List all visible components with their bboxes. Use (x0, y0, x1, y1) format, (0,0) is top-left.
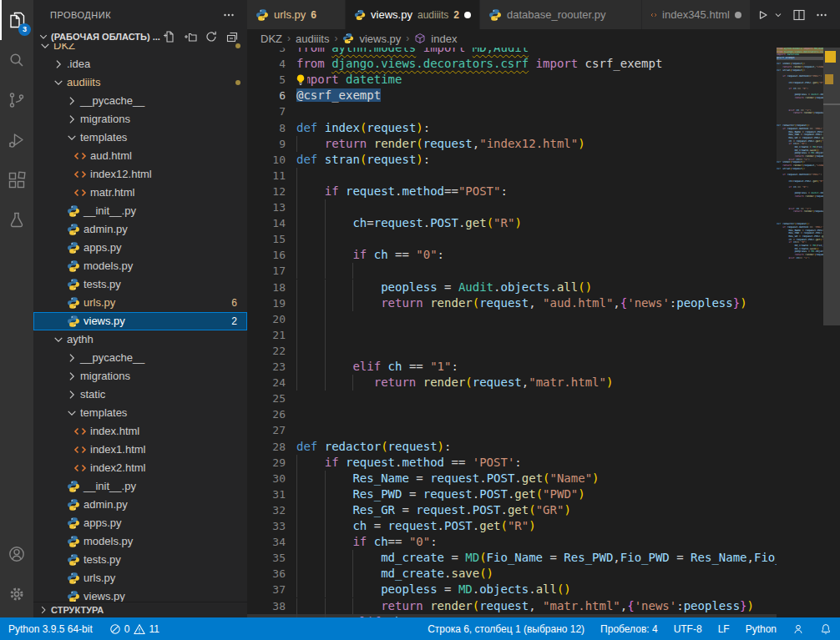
tree-item-migrations[interactable]: migrations (33, 367, 247, 386)
collapse-all-icon[interactable] (225, 30, 239, 43)
tree-item-tests.py[interactable]: tests.py (33, 275, 247, 294)
code-line-29[interactable]: 29 if request.method == 'POST': (247, 455, 777, 471)
code-editor[interactable]: 3from aythh.models import MD,Audit4from … (247, 48, 777, 617)
new-folder-icon[interactable] (184, 30, 197, 43)
tree-item-migrations[interactable]: migrations (33, 110, 247, 129)
settings-gear-icon[interactable] (0, 574, 33, 614)
tree-item-.idea[interactable]: .idea (33, 55, 247, 73)
code-line-37[interactable]: 37 peopless = MD.objects.all() (247, 582, 777, 597)
code-line-3[interactable]: 3from aythh.models import MD,Audit (247, 48, 777, 56)
workspace-section-header[interactable]: (РАБОЧАЯ ОБЛАСТЬ) ... (33, 29, 247, 43)
code-line-6[interactable]: 6@csrf_exempt (247, 88, 777, 103)
minimap[interactable]: from aythh.models import MD,Auditfrom dj… (777, 48, 823, 617)
code-line-16[interactable]: 16 if ch == "0": (247, 247, 777, 263)
bell-icon[interactable] (820, 623, 832, 635)
split-editor-icon[interactable] (792, 8, 806, 22)
code-line-17[interactable]: 17 (247, 263, 777, 279)
search-icon[interactable] (0, 40, 33, 80)
code-line-33[interactable]: 33 ch = request.POST.get("R") (247, 518, 777, 534)
testing-icon[interactable] (0, 200, 33, 240)
lightbulb-icon[interactable] (294, 73, 307, 87)
outline-section-header[interactable]: СТРУКТУРА (33, 602, 247, 617)
tree-item-__pycache__[interactable]: __pycache__ (33, 349, 247, 367)
code-line-11[interactable]: 11 (247, 168, 777, 184)
code-line-9[interactable]: 9 return render(request,"index12.html") (247, 136, 777, 152)
breadcrumb-item[interactable]: views.py (359, 33, 401, 45)
breadcrumb-item[interactable]: index (431, 33, 457, 45)
code-line-38[interactable]: 38 return render(request, "matr.html",{'… (247, 598, 777, 614)
code-line-4[interactable]: 4from django.views.decorators.csrf impor… (247, 56, 777, 72)
dirty-dot-icon[interactable] (735, 12, 741, 18)
chevron-down-icon[interactable] (773, 10, 783, 20)
eol-status[interactable]: LF (718, 623, 730, 635)
tree-item-__init__.py[interactable]: __init__.py (33, 477, 247, 496)
tree-item-audiiits[interactable]: audiiits (33, 73, 247, 92)
code-line-7[interactable]: 7 (247, 103, 777, 119)
cursor-position-status[interactable]: Строка 6, столбец 1 (выбрано 12) (428, 623, 584, 635)
code-line-27[interactable]: 27 (247, 422, 777, 438)
breadcrumb-item[interactable]: audiiits (296, 33, 329, 45)
code-line-15[interactable]: 15 (247, 231, 777, 247)
code-line-18[interactable]: 18 peopless = Audit.objects.all() (247, 280, 777, 295)
code-line-31[interactable]: 31 Res_PWD = request.POST.get("PWD") (247, 486, 777, 502)
code-line-10[interactable]: 10def stran(request): (247, 152, 777, 168)
code-line-30[interactable]: 30 Res_Name = request.POST.get("Name") (247, 471, 777, 486)
new-file-icon[interactable] (163, 30, 176, 43)
editor-scrollbar[interactable] (823, 48, 840, 617)
tree-item-apps.py[interactable]: apps.py (33, 514, 247, 532)
run-icon[interactable] (756, 8, 769, 22)
tree-item-admin.py[interactable]: admin.py (33, 220, 247, 239)
tree-item-index.html[interactable]: index.html (33, 422, 247, 441)
tab-urls-py[interactable]: urls.py 6 (247, 0, 346, 29)
tree-item-matr.html[interactable]: matr.html (33, 184, 247, 202)
scrollbar-thumb[interactable] (823, 48, 840, 325)
python-interpreter-status[interactable]: Python 3.9.5 64-bit (8, 623, 93, 635)
tab-index345-html[interactable]: index345.html (642, 0, 751, 29)
code-line-20[interactable]: 20 (247, 311, 777, 327)
tree-item-__pycache__[interactable]: __pycache__ (33, 92, 247, 110)
code-line-32[interactable]: 32 Res_GR = request.POST.get("GR") (247, 502, 777, 518)
tree-item-tests.py[interactable]: tests.py (33, 551, 247, 569)
code-line-13[interactable]: 13 (247, 199, 777, 215)
code-line-8[interactable]: 8def index(request): (247, 120, 777, 136)
code-line-24[interactable]: 24 return render(request,"matr.html") (247, 375, 777, 391)
code-line-12[interactable]: 12 if request.method=="POST": (247, 184, 777, 199)
code-line-34[interactable]: 34 if ch== "0": (247, 534, 777, 550)
code-line-22[interactable]: 22 (247, 343, 777, 359)
account-icon[interactable] (0, 534, 33, 574)
code-line-26[interactable]: 26 (247, 406, 777, 422)
tree-item-index12.html[interactable]: index12.html (33, 165, 247, 184)
tree-item-static[interactable]: static (33, 386, 247, 404)
encoding-status[interactable]: UTF-8 (674, 623, 702, 635)
tree-item-apps.py[interactable]: apps.py (33, 239, 247, 257)
tree-item-templates[interactable]: templates (33, 129, 247, 147)
code-line-36[interactable]: 36 md_create.save() (247, 566, 777, 582)
code-line-35[interactable]: 35 md_create = MD(Fio_Name = Res_PWD,Fio… (247, 550, 777, 566)
code-line-23[interactable]: 23 elif ch == "1": (247, 359, 777, 375)
code-line-21[interactable]: 21 (247, 327, 777, 343)
code-line-28[interactable]: 28def redactor(request): (247, 439, 777, 455)
extensions-icon[interactable] (0, 160, 33, 200)
code-line-14[interactable]: 14 ch=request.POST.get("R") (247, 215, 777, 231)
problems-status[interactable]: 0 11 (109, 623, 159, 635)
tree-item-views.py[interactable]: views.py2 (33, 312, 247, 330)
more-actions-icon[interactable] (815, 8, 828, 22)
breadcrumb-item[interactable]: DKZ (261, 33, 282, 45)
feedback-icon[interactable] (792, 623, 804, 635)
tab-database-roouter-py[interactable]: database_roouter.py (480, 0, 642, 29)
run-debug-icon[interactable] (0, 120, 33, 160)
tree-item-models.py[interactable]: models.py (33, 532, 247, 551)
tree-item-__init__.py[interactable]: __init__.py (33, 202, 247, 220)
tree-item-index1.html[interactable]: index1.html (33, 441, 247, 459)
code-line-19[interactable]: 19 return render(request, "aud.html",{'n… (247, 295, 777, 311)
tree-item-aythh[interactable]: aythh (33, 330, 247, 349)
language-mode-status[interactable]: Python (746, 623, 777, 635)
dirty-dot-icon[interactable] (464, 12, 471, 18)
tab-views-py[interactable]: views.py audiiits 2 (346, 0, 480, 29)
explorer-icon[interactable]: 3 (0, 0, 33, 40)
tree-item-urls.py[interactable]: urls.py6 (33, 294, 247, 312)
code-line-5[interactable]: 5import datetime (247, 72, 777, 88)
tree-item-models.py[interactable]: models.py (33, 257, 247, 275)
tree-item-admin.py[interactable]: admin.py (33, 496, 247, 514)
tree-item-urls.py[interactable]: urls.py (33, 569, 247, 587)
